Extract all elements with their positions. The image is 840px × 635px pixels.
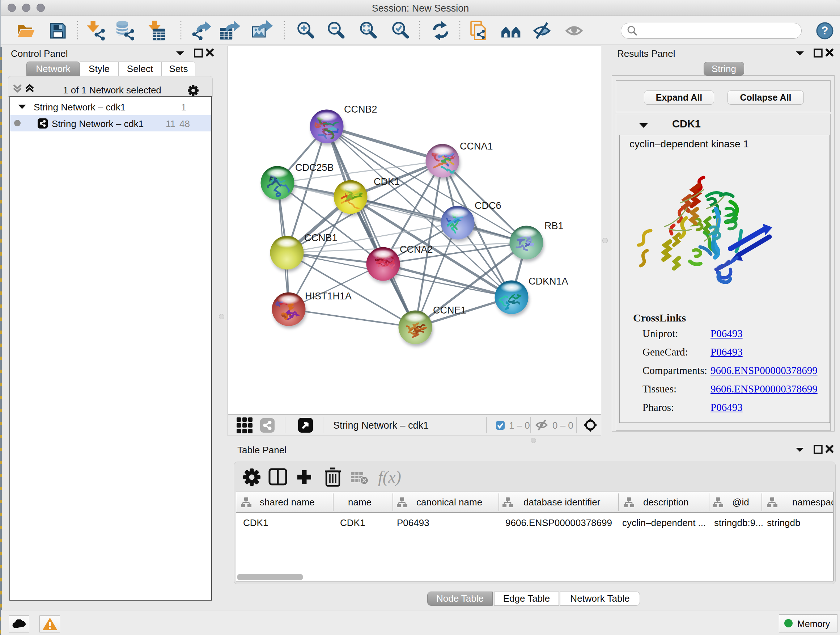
- svg-text:CCNE1: CCNE1: [433, 305, 466, 316]
- svg-text:CCNB2: CCNB2: [344, 104, 377, 115]
- svg-text:HIST1H1A: HIST1H1A: [305, 291, 352, 302]
- svg-text:CDKN1A: CDKN1A: [529, 276, 568, 287]
- svg-text:CDC25B: CDC25B: [295, 162, 334, 173]
- svg-text:0 – 0: 0 – 0: [553, 420, 573, 431]
- svg-text:shared name: shared name: [260, 497, 315, 508]
- svg-text:description: description: [643, 497, 689, 508]
- svg-text:?: ?: [821, 24, 829, 37]
- svg-text:name: name: [348, 497, 371, 508]
- svg-text:database identifier: database identifier: [523, 497, 600, 508]
- svg-text:f(x): f(x): [378, 468, 401, 486]
- svg-text:namespace: namespace: [792, 497, 833, 508]
- svg-text:canonical name: canonical name: [416, 497, 482, 508]
- svg-text:CCNB1: CCNB1: [304, 233, 338, 243]
- svg-text:CCNA1: CCNA1: [460, 141, 493, 152]
- svg-text:CDK1: CDK1: [374, 176, 400, 187]
- svg-text:@id: @id: [732, 497, 749, 508]
- svg-text:RB1: RB1: [545, 220, 564, 231]
- svg-text:CCNA2: CCNA2: [400, 244, 433, 255]
- svg-text:String Network – cdk1: String Network – cdk1: [333, 420, 429, 431]
- svg-text:1 – 0: 1 – 0: [509, 420, 530, 431]
- svg-text:CDC6: CDC6: [475, 200, 501, 211]
